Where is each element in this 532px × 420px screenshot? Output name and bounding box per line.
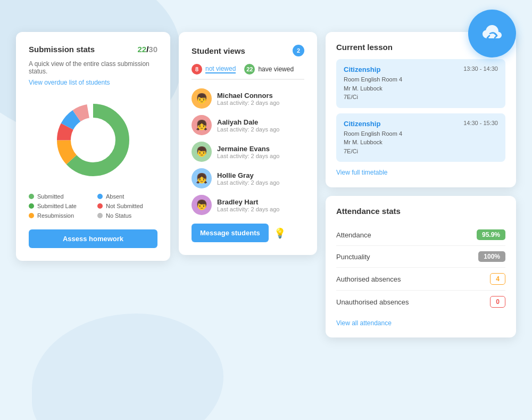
submission-subtitle: A quick view of the entire class submiss… [29, 60, 157, 75]
donut-chart [51, 97, 136, 183]
student-activity: Last activity: 2 days ago [217, 126, 279, 133]
student-views-card: Student views 2 8 not viewed 22 have vie… [179, 32, 317, 255]
legend-dot-submitted [29, 194, 34, 199]
lesson-item-1: Citizenship 13:30 - 14:30 Room English R… [336, 59, 505, 108]
avatar: 👧 [192, 115, 212, 135]
student-name: Aaliyah Dale [217, 118, 279, 126]
unauthorised-label: Unauthorised absences [336, 298, 409, 306]
lesson-item-header-2: Citizenship 14:30 - 15:30 [344, 120, 498, 128]
view-overdue-link[interactable]: View overdue list of students [29, 79, 110, 86]
tab-have-viewed[interactable]: 22 have viewed [244, 64, 294, 75]
tab-not-viewed[interactable]: 8 not viewed [192, 64, 236, 75]
student-count-badge: 2 [293, 45, 304, 56]
student-info: Aaliyah Dale Last activity: 2 days ago [217, 118, 279, 133]
student-views-title: Student views [192, 46, 245, 55]
punctuality-label: Punctuality [336, 253, 370, 261]
lesson-item-header: Citizenship 13:30 - 14:30 [344, 65, 498, 73]
legend-label-submitted: Submitted [37, 193, 64, 200]
attendance-stats-title: Attendance stats [336, 207, 505, 216]
view-timetable-link[interactable]: View full timetable [336, 169, 388, 176]
view-tabs: 8 not viewed 22 have viewed [192, 64, 304, 80]
unauthorised-value: 0 [490, 296, 505, 308]
assess-homework-button[interactable]: Assess homework [29, 229, 157, 248]
lesson-detail-2: Room English Room 4Mr M. Lubbock7E/Ci [344, 129, 498, 156]
list-item: 👦 Jermaine Evans Last activity: 2 days a… [192, 142, 304, 162]
legend-dot-no-status [97, 213, 103, 218]
list-item: 👧 Aaliyah Dale Last activity: 2 days ago [192, 115, 304, 135]
message-btn-row: Message students 💡 [192, 224, 304, 242]
student-card-header: Student views 2 [192, 45, 304, 56]
message-students-button[interactable]: Message students [192, 224, 269, 242]
avatar: 👦 [192, 195, 212, 215]
student-list: 👦 Michael Connors Last activity: 2 days … [192, 88, 304, 215]
legend-dot-not-submitted [97, 203, 103, 209]
bulb-icon: 💡 [274, 227, 286, 239]
attendance-label: Attendance [336, 231, 371, 239]
avatar: 👦 [192, 88, 212, 109]
submission-title: Submission stats [29, 45, 95, 54]
have-viewed-label: have viewed [258, 65, 294, 73]
not-viewed-badge: 8 [192, 64, 202, 75]
attendance-row-unauthorised: Unauthorised absences 0 [336, 291, 505, 313]
lesson-detail-1: Room English Room 4Mr M. Lubbock7E/Ci [344, 75, 498, 102]
not-viewed-label: not viewed [205, 65, 236, 73]
lesson-time-2: 14:30 - 15:30 [463, 120, 498, 126]
legend-absent: Absent [97, 193, 157, 200]
authorised-label: Authorised absences [336, 275, 401, 283]
student-name: Hollie Gray [217, 171, 279, 179]
submission-count: 22/30 [137, 45, 157, 54]
legend-label-not-submitted: Not Submitted [106, 203, 143, 209]
legend-no-status: No Status [97, 212, 157, 219]
attendance-value: 95.9% [477, 229, 505, 240]
legend-submitted: Submitted [29, 193, 89, 200]
student-info: Hollie Gray Last activity: 2 days ago [217, 171, 279, 186]
right-column: Current lesson Citizenship 13:30 - 14:30… [326, 32, 516, 337]
submission-card-header: Submission stats 22/30 [29, 45, 157, 54]
avatar: 👦 [192, 142, 212, 162]
student-name: Michael Connors [217, 92, 279, 100]
student-info: Jermaine Evans Last activity: 2 days ago [217, 145, 279, 159]
view-all-attendance-link[interactable]: View all attendance [336, 319, 505, 327]
student-name: Jermaine Evans [217, 145, 279, 153]
legend-label-submitted-late: Submitted Late [37, 203, 77, 209]
legend-label-resubmission: Resubmission [37, 212, 74, 219]
list-item: 👧 Hollie Gray Last activity: 2 days ago [192, 168, 304, 188]
donut-chart-container [29, 97, 157, 183]
list-item: 👦 Bradley Hart Last activity: 2 days ago [192, 195, 304, 215]
cloud-sync-button[interactable] [468, 10, 516, 57]
main-container: Submission stats 22/30 A quick view of t… [0, 0, 532, 353]
legend-resubmission: Resubmission [29, 212, 89, 219]
lesson-name-1: Citizenship [344, 65, 380, 73]
have-viewed-badge: 22 [244, 64, 255, 75]
legend-label-absent: Absent [106, 193, 124, 200]
attendance-stats-card: Attendance stats Attendance 95.9% Punctu… [326, 196, 516, 337]
legend-not-submitted: Not Submitted [97, 203, 157, 209]
legend-dot-absent [97, 194, 103, 199]
lesson-time-1: 13:30 - 14:30 [463, 65, 498, 72]
student-name: Bradley Hart [217, 198, 279, 206]
punctuality-value: 100% [478, 251, 505, 262]
chart-legend: Submitted Absent Submitted Late Not Subm… [29, 193, 157, 219]
legend-dot-submitted-late [29, 203, 34, 209]
attendance-row-punctuality: Punctuality 100% [336, 246, 505, 268]
student-activity: Last activity: 2 days ago [217, 179, 279, 186]
attendance-row-attendance: Attendance 95.9% [336, 224, 505, 246]
lesson-name-2: Citizenship [344, 120, 380, 128]
student-activity: Last activity: 2 days ago [217, 153, 279, 159]
authorised-value: 4 [490, 273, 505, 285]
submission-stats-card: Submission stats 22/30 A quick view of t… [16, 32, 170, 261]
submission-current: 22 [137, 45, 146, 54]
student-info: Bradley Hart Last activity: 2 days ago [217, 198, 279, 212]
legend-dot-resubmission [29, 213, 34, 218]
student-activity: Last activity: 2 days ago [217, 206, 279, 212]
svg-point-5 [73, 120, 113, 160]
lesson-item-2: Citizenship 14:30 - 15:30 Room English R… [336, 113, 505, 162]
student-info: Michael Connors Last activity: 2 days ag… [217, 92, 279, 106]
attendance-row-authorised: Authorised absences 4 [336, 268, 505, 291]
submission-total: 30 [148, 45, 157, 54]
avatar: 👧 [192, 168, 212, 188]
student-activity: Last activity: 2 days ago [217, 100, 279, 106]
legend-label-no-status: No Status [106, 212, 131, 219]
legend-submitted-late: Submitted Late [29, 203, 89, 209]
list-item: 👦 Michael Connors Last activity: 2 days … [192, 88, 304, 109]
